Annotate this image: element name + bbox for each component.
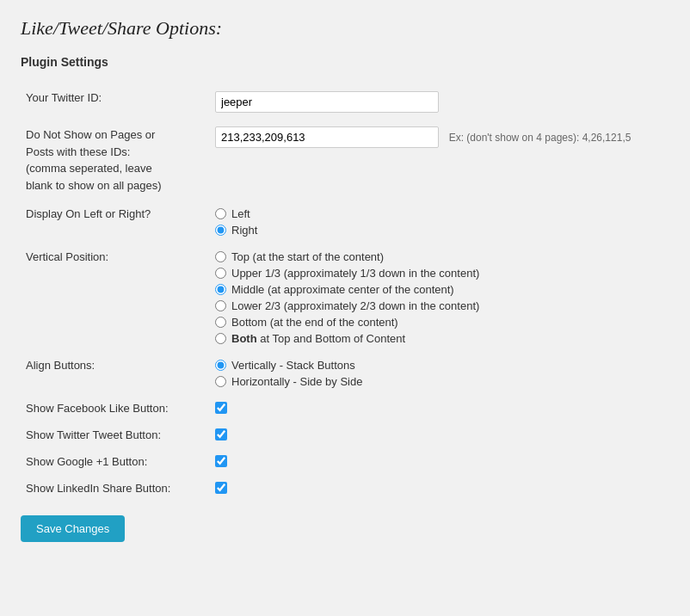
vpos-bottom-option: Bottom (at the end of the content) bbox=[215, 316, 664, 329]
exclude-ids-label-line2: Posts with these IDs: bbox=[26, 145, 130, 158]
exclude-ids-label-line1: Do Not Show on Pages or bbox=[26, 128, 155, 141]
vertical-position-label: Vertical Position: bbox=[21, 243, 210, 352]
show-google-label: Show Google +1 Button: bbox=[21, 448, 210, 475]
page-title: Like/Tweet/Share Options: bbox=[21, 17, 669, 40]
vpos-both-option: Both at Top and Bottom of Content bbox=[215, 332, 664, 345]
show-twitter-label: Show Twitter Tweet Button: bbox=[21, 422, 210, 448]
show-facebook-label: Show Facebook Like Button: bbox=[21, 395, 210, 422]
align-buttons-row: Align Buttons: Vertically - Stack Button… bbox=[21, 352, 669, 395]
twitter-id-input[interactable] bbox=[215, 91, 439, 113]
vpos-both-radio[interactable] bbox=[215, 333, 226, 344]
display-position-label: Display On Left or Right? bbox=[21, 200, 210, 243]
settings-table: Your Twitter ID: Do Not Show on Pages or… bbox=[21, 84, 669, 502]
vpos-upper-radio[interactable] bbox=[215, 268, 226, 279]
align-vertical-option: Vertically - Stack Buttons bbox=[215, 359, 664, 372]
display-right-radio[interactable] bbox=[215, 225, 226, 236]
show-linkedin-checkbox[interactable] bbox=[215, 482, 227, 494]
vpos-top-option: Top (at the start of the content) bbox=[215, 250, 664, 263]
align-buttons-cell: Vertically - Stack Buttons Horizontally … bbox=[210, 352, 669, 395]
align-horizontal-label[interactable]: Horizontally - Side by Side bbox=[231, 375, 362, 388]
align-buttons-group: Vertically - Stack Buttons Horizontally … bbox=[215, 359, 664, 388]
display-left-option: Left bbox=[215, 207, 664, 220]
vpos-lower-radio[interactable] bbox=[215, 300, 226, 311]
display-left-label[interactable]: Left bbox=[231, 207, 250, 220]
show-google-cell bbox=[210, 448, 669, 475]
show-facebook-checkbox[interactable] bbox=[215, 402, 227, 414]
vpos-upper-option: Upper 1/3 (approximately 1/3 down in the… bbox=[215, 267, 664, 280]
display-right-label[interactable]: Right bbox=[231, 224, 257, 237]
show-twitter-checkbox[interactable] bbox=[215, 428, 227, 440]
show-twitter-cell bbox=[210, 422, 669, 448]
align-horizontal-radio[interactable] bbox=[215, 376, 226, 387]
exclude-ids-input[interactable] bbox=[215, 126, 439, 148]
save-changes-button[interactable]: Save Changes bbox=[21, 515, 125, 542]
vpos-middle-radio[interactable] bbox=[215, 284, 226, 295]
exclude-ids-cell: Ex: (don't show on 4 pages): 4,26,121,5 bbox=[210, 120, 669, 200]
show-twitter-row: Show Twitter Tweet Button: bbox=[21, 422, 669, 448]
vpos-lower-option: Lower 2/3 (approximately 2/3 down in the… bbox=[215, 299, 664, 312]
vpos-bottom-radio[interactable] bbox=[215, 317, 226, 328]
vpos-upper-label[interactable]: Upper 1/3 (approximately 1/3 down in the… bbox=[231, 267, 479, 280]
align-horizontal-option: Horizontally - Side by Side bbox=[215, 375, 664, 388]
display-left-radio[interactable] bbox=[215, 208, 226, 219]
vpos-middle-label[interactable]: Middle (at approximate center of the con… bbox=[231, 283, 454, 296]
twitter-id-cell bbox=[210, 84, 669, 120]
vpos-both-label[interactable]: Both at Top and Bottom of Content bbox=[231, 332, 405, 345]
align-vertical-label[interactable]: Vertically - Stack Buttons bbox=[231, 359, 355, 372]
vpos-bottom-label[interactable]: Bottom (at the end of the content) bbox=[231, 316, 398, 329]
vertical-position-group: Top (at the start of the content) Upper … bbox=[215, 250, 664, 345]
show-linkedin-cell bbox=[210, 475, 669, 502]
exclude-ids-label: Do Not Show on Pages or Posts with these… bbox=[21, 120, 210, 200]
vpos-middle-option: Middle (at approximate center of the con… bbox=[215, 283, 664, 296]
vertical-position-cell: Top (at the start of the content) Upper … bbox=[210, 243, 669, 352]
display-right-option: Right bbox=[215, 224, 664, 237]
display-position-row: Display On Left or Right? Left Right bbox=[21, 200, 669, 243]
display-position-cell: Left Right bbox=[210, 200, 669, 243]
align-vertical-radio[interactable] bbox=[215, 360, 226, 371]
show-facebook-cell bbox=[210, 395, 669, 422]
exclude-ids-hint: Ex: (don't show on 4 pages): 4,26,121,5 bbox=[449, 132, 631, 144]
vpos-top-radio[interactable] bbox=[215, 251, 226, 262]
exclude-ids-label-line4: blank to show on all pages) bbox=[26, 179, 162, 192]
exclude-ids-label-line3: (comma seperated, leave bbox=[26, 162, 152, 175]
show-linkedin-row: Show LinkedIn Share Button: bbox=[21, 475, 669, 502]
show-linkedin-label: Show LinkedIn Share Button: bbox=[21, 475, 210, 502]
twitter-id-label: Your Twitter ID: bbox=[21, 84, 210, 120]
twitter-id-row: Your Twitter ID: bbox=[21, 84, 669, 120]
exclude-ids-row: Do Not Show on Pages or Posts with these… bbox=[21, 120, 669, 200]
show-facebook-row: Show Facebook Like Button: bbox=[21, 395, 669, 422]
display-position-group: Left Right bbox=[215, 207, 664, 237]
show-google-row: Show Google +1 Button: bbox=[21, 448, 669, 475]
show-google-checkbox[interactable] bbox=[215, 455, 227, 467]
vpos-lower-label[interactable]: Lower 2/3 (approximately 2/3 down in the… bbox=[231, 299, 479, 312]
vpos-top-label[interactable]: Top (at the start of the content) bbox=[231, 250, 384, 263]
vertical-position-row: Vertical Position: Top (at the start of … bbox=[21, 243, 669, 352]
plugin-settings-heading: Plugin Settings bbox=[21, 55, 669, 69]
align-buttons-label: Align Buttons: bbox=[21, 352, 210, 395]
